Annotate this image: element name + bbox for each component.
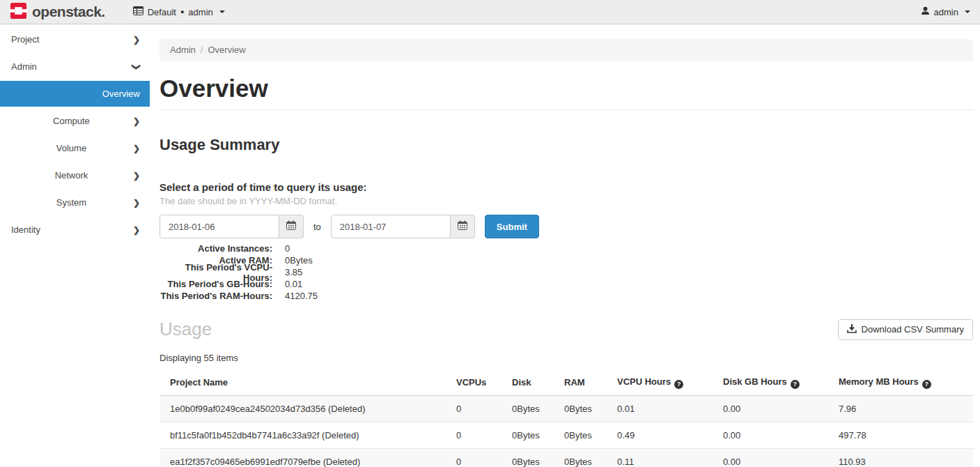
- title-divider: [160, 109, 973, 110]
- chevron-right-icon: ❯: [133, 171, 140, 180]
- date-to-calendar-button[interactable]: [451, 215, 475, 238]
- download-csv-button[interactable]: Download CSV Summary: [838, 319, 973, 340]
- caret-down-icon: [219, 10, 225, 13]
- usage-table: Project Name VCPUs Disk RAM VCPU Hours? …: [160, 370, 973, 467]
- help-icon[interactable]: ?: [791, 380, 800, 389]
- sidebar-item-identity[interactable]: Identity ❯: [0, 216, 150, 243]
- col-disk-gb-hours: Disk GB Hours?: [723, 370, 839, 395]
- col-disk: Disk: [512, 370, 564, 395]
- user-name: admin: [934, 7, 958, 17]
- calendar-icon: [286, 220, 296, 233]
- table-row: bf11c5fa0f1b452db4b7741a6c33a92f (Delete…: [160, 422, 973, 448]
- sidebar-nav: Project ❯ Admin ❯ Overview Compute ❯ Vol…: [0, 24, 150, 467]
- stat-gb-hours: This Period's GB-Hours: 0.01: [160, 278, 973, 290]
- brand-text: openstack.: [32, 3, 105, 20]
- download-csv-label: Download CSV Summary: [862, 324, 964, 335]
- breadcrumb: Admin/Overview: [160, 39, 973, 61]
- chevron-down-icon: ❯: [132, 63, 141, 70]
- chevron-right-icon: ❯: [133, 199, 140, 207]
- main-content: Admin/Overview Overview Usage Summary Se…: [150, 24, 980, 467]
- col-ram: RAM: [564, 370, 617, 395]
- table-row: ea1f2f357c09465eb6991edf7079efbe (Delete…: [160, 448, 973, 467]
- date-range-form: to: [160, 215, 973, 238]
- sidebar-item-overview[interactable]: Overview: [0, 81, 150, 107]
- date-to-group: [331, 215, 475, 238]
- help-icon[interactable]: ?: [922, 380, 931, 389]
- col-vcpus: VCPUs: [456, 370, 512, 395]
- usage-summary-heading: Usage Summary: [160, 137, 973, 153]
- current-domain: Default: [148, 7, 176, 17]
- top-navbar: openstack. Default ● admin admin: [0, 0, 980, 24]
- chevron-right-icon: ❯: [133, 144, 140, 153]
- col-project-name: Project Name: [160, 370, 456, 395]
- to-label: to: [313, 222, 321, 232]
- openstack-logo-icon: [10, 2, 27, 22]
- usage-heading: Usage: [160, 319, 212, 340]
- breadcrumb-admin[interactable]: Admin: [170, 45, 196, 55]
- domain-project-switcher[interactable]: Default ● admin: [133, 6, 225, 17]
- usage-stats: Active Instances: 0 Active RAM: 0Bytes T…: [160, 243, 973, 302]
- download-icon: [847, 323, 857, 335]
- submit-button[interactable]: Submit: [485, 215, 539, 238]
- sidebar-item-network[interactable]: Network ❯: [0, 162, 150, 189]
- help-icon[interactable]: ?: [674, 380, 683, 389]
- table-row: 1e0b0f99af0249cea24502034d73d356 (Delete…: [160, 395, 973, 422]
- sidebar-item-compute[interactable]: Compute ❯: [0, 107, 150, 135]
- current-project: admin: [188, 7, 212, 17]
- breadcrumb-separator: /: [201, 45, 203, 55]
- caret-down-icon: [965, 10, 970, 13]
- openstack-brand[interactable]: openstack.: [10, 2, 105, 22]
- stat-active-ram: Active RAM: 0Bytes: [160, 254, 973, 266]
- user-icon: [921, 6, 930, 17]
- projects-icon: [133, 6, 143, 17]
- chevron-right-icon: ❯: [133, 226, 140, 234]
- date-format-hint: The date should be in YYYY-MM-DD format.: [160, 196, 973, 206]
- stat-vcpu-hours: This Period's VCPU-Hours: 3.85: [160, 266, 973, 278]
- page-title: Overview: [160, 75, 973, 102]
- date-query-prompt: Select a period of time to query its usa…: [160, 181, 973, 193]
- date-from-group: [160, 215, 304, 238]
- items-count: Displaying 55 items: [160, 353, 973, 363]
- date-from-calendar-button[interactable]: [279, 215, 304, 238]
- date-from-input[interactable]: [160, 215, 279, 238]
- col-memory-mb-hours: Memory MB Hours?: [839, 370, 973, 395]
- stat-ram-hours: This Period's RAM-Hours: 4120.75: [160, 290, 973, 302]
- chevron-right-icon: ❯: [133, 36, 140, 44]
- sidebar-item-volume[interactable]: Volume ❯: [0, 135, 150, 162]
- breadcrumb-overview: Overview: [208, 45, 245, 55]
- user-menu[interactable]: admin: [921, 6, 970, 17]
- calendar-icon: [458, 220, 467, 233]
- date-to-input[interactable]: [331, 215, 451, 238]
- chevron-right-icon: ❯: [133, 117, 140, 125]
- separator-dot-icon: ●: [180, 9, 184, 15]
- stat-active-instances: Active Instances: 0: [160, 243, 973, 254]
- usage-table-header: Usage Download CSV Summary: [160, 319, 973, 340]
- sidebar-item-admin[interactable]: Admin ❯: [0, 53, 150, 80]
- col-vcpu-hours: VCPU Hours?: [617, 370, 723, 395]
- table-header-row: Project Name VCPUs Disk RAM VCPU Hours? …: [160, 370, 973, 395]
- sidebar-item-system[interactable]: System ❯: [0, 189, 150, 216]
- sidebar-item-project[interactable]: Project ❯: [0, 26, 150, 53]
